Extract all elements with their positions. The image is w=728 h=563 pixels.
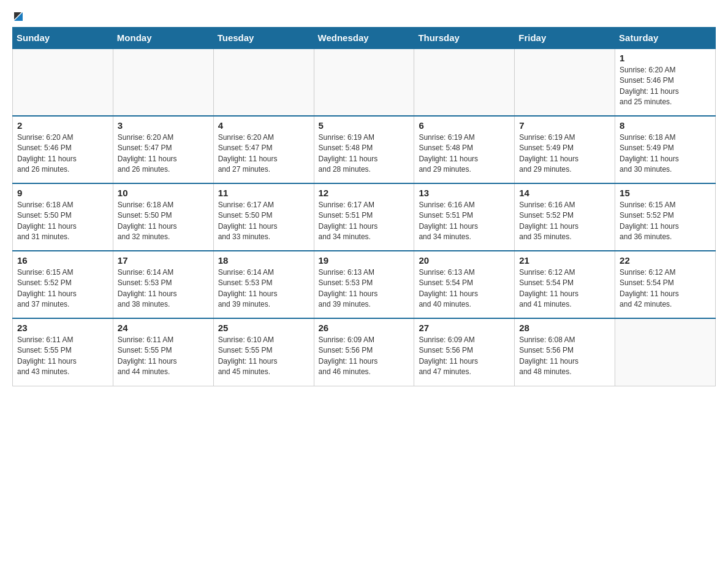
header-monday: Monday [113, 28, 213, 49]
day-number: 25 [218, 323, 309, 333]
day-number: 11 [218, 188, 309, 198]
day-info: Sunrise: 6:12 AM Sunset: 5:54 PM Dayligh… [620, 267, 711, 310]
day-number: 7 [519, 120, 610, 131]
day-cell: 24Sunrise: 6:11 AM Sunset: 5:55 PM Dayli… [113, 318, 213, 386]
day-info: Sunrise: 6:18 AM Sunset: 5:50 PM Dayligh… [17, 200, 108, 243]
day-cell: 16Sunrise: 6:15 AM Sunset: 5:52 PM Dayli… [13, 251, 113, 318]
day-number: 15 [620, 188, 711, 198]
day-cell: 22Sunrise: 6:12 AM Sunset: 5:54 PM Dayli… [615, 251, 716, 318]
day-cell: 18Sunrise: 6:14 AM Sunset: 5:53 PM Dayli… [213, 251, 314, 318]
day-info: Sunrise: 6:20 AM Sunset: 5:47 PM Dayligh… [118, 132, 209, 175]
day-cell [615, 318, 716, 386]
day-cell: 20Sunrise: 6:13 AM Sunset: 5:54 PM Dayli… [414, 251, 515, 318]
day-number: 13 [419, 188, 510, 198]
day-number: 6 [419, 120, 510, 131]
day-cell [113, 48, 213, 116]
day-info: Sunrise: 6:15 AM Sunset: 5:52 PM Dayligh… [17, 267, 108, 310]
day-info: Sunrise: 6:16 AM Sunset: 5:52 PM Dayligh… [519, 200, 610, 243]
day-cell: 15Sunrise: 6:15 AM Sunset: 5:52 PM Dayli… [615, 183, 716, 251]
day-number: 4 [218, 120, 309, 131]
day-info: Sunrise: 6:10 AM Sunset: 5:55 PM Dayligh… [218, 335, 309, 378]
week-row-1: 2Sunrise: 6:20 AM Sunset: 5:46 PM Daylig… [13, 116, 716, 183]
day-info: Sunrise: 6:13 AM Sunset: 5:54 PM Dayligh… [419, 267, 510, 310]
day-cell: 6Sunrise: 6:19 AM Sunset: 5:48 PM Daylig… [414, 116, 515, 183]
day-cell [314, 48, 414, 116]
day-info: Sunrise: 6:15 AM Sunset: 5:52 PM Dayligh… [620, 200, 711, 243]
day-number: 10 [118, 188, 209, 198]
day-info: Sunrise: 6:20 AM Sunset: 5:46 PM Dayligh… [620, 65, 711, 108]
week-row-4: 23Sunrise: 6:11 AM Sunset: 5:55 PM Dayli… [13, 318, 716, 386]
day-cell: 25Sunrise: 6:10 AM Sunset: 5:55 PM Dayli… [213, 318, 314, 386]
day-info: Sunrise: 6:18 AM Sunset: 5:49 PM Dayligh… [620, 132, 711, 175]
day-cell: 9Sunrise: 6:18 AM Sunset: 5:50 PM Daylig… [13, 183, 113, 251]
day-info: Sunrise: 6:09 AM Sunset: 5:56 PM Dayligh… [419, 335, 510, 378]
day-number: 24 [118, 323, 209, 333]
day-info: Sunrise: 6:19 AM Sunset: 5:49 PM Dayligh… [519, 132, 610, 175]
day-number: 9 [17, 188, 108, 198]
day-info: Sunrise: 6:17 AM Sunset: 5:50 PM Dayligh… [218, 200, 309, 243]
day-number: 17 [118, 255, 209, 266]
day-info: Sunrise: 6:12 AM Sunset: 5:54 PM Dayligh… [519, 267, 610, 310]
day-cell: 12Sunrise: 6:17 AM Sunset: 5:51 PM Dayli… [314, 183, 414, 251]
day-number: 21 [519, 255, 610, 266]
header-saturday: Saturday [615, 28, 716, 49]
day-number: 2 [17, 120, 108, 131]
day-cell [13, 48, 113, 116]
day-info: Sunrise: 6:14 AM Sunset: 5:53 PM Dayligh… [118, 267, 209, 310]
header-sunday: Sunday [13, 28, 113, 49]
day-number: 3 [118, 120, 209, 131]
week-row-3: 16Sunrise: 6:15 AM Sunset: 5:52 PM Dayli… [13, 251, 716, 318]
day-number: 12 [319, 188, 410, 198]
day-info: Sunrise: 6:17 AM Sunset: 5:51 PM Dayligh… [319, 200, 410, 243]
day-cell: 1Sunrise: 6:20 AM Sunset: 5:46 PM Daylig… [615, 48, 716, 116]
day-info: Sunrise: 6:20 AM Sunset: 5:47 PM Dayligh… [218, 132, 309, 175]
day-cell: 2Sunrise: 6:20 AM Sunset: 5:46 PM Daylig… [13, 116, 113, 183]
day-cell: 4Sunrise: 6:20 AM Sunset: 5:47 PM Daylig… [213, 116, 314, 183]
day-info: Sunrise: 6:11 AM Sunset: 5:55 PM Dayligh… [118, 335, 209, 378]
day-cell: 14Sunrise: 6:16 AM Sunset: 5:52 PM Dayli… [515, 183, 615, 251]
day-info: Sunrise: 6:16 AM Sunset: 5:51 PM Dayligh… [419, 200, 510, 243]
day-number: 27 [419, 323, 510, 333]
page-header [12, 12, 716, 21]
day-number: 1 [620, 53, 711, 63]
header-friday: Friday [515, 28, 615, 49]
day-cell: 21Sunrise: 6:12 AM Sunset: 5:54 PM Dayli… [515, 251, 615, 318]
weekday-header-row: Sunday Monday Tuesday Wednesday Thursday… [13, 28, 716, 49]
day-number: 26 [319, 323, 410, 333]
day-number: 14 [519, 188, 610, 198]
day-info: Sunrise: 6:14 AM Sunset: 5:53 PM Dayligh… [218, 267, 309, 310]
header-tuesday: Tuesday [213, 28, 314, 49]
day-number: 22 [620, 255, 711, 266]
day-cell: 13Sunrise: 6:16 AM Sunset: 5:51 PM Dayli… [414, 183, 515, 251]
day-info: Sunrise: 6:13 AM Sunset: 5:53 PM Dayligh… [319, 267, 410, 310]
day-number: 19 [319, 255, 410, 266]
header-thursday: Thursday [414, 28, 515, 49]
day-cell: 26Sunrise: 6:09 AM Sunset: 5:56 PM Dayli… [314, 318, 414, 386]
day-cell [213, 48, 314, 116]
day-info: Sunrise: 6:20 AM Sunset: 5:46 PM Dayligh… [17, 132, 108, 175]
day-number: 20 [419, 255, 510, 266]
day-info: Sunrise: 6:18 AM Sunset: 5:50 PM Dayligh… [118, 200, 209, 243]
day-number: 16 [17, 255, 108, 266]
day-number: 23 [17, 323, 108, 333]
day-cell: 7Sunrise: 6:19 AM Sunset: 5:49 PM Daylig… [515, 116, 615, 183]
calendar-table: Sunday Monday Tuesday Wednesday Thursday… [12, 27, 716, 386]
week-row-2: 9Sunrise: 6:18 AM Sunset: 5:50 PM Daylig… [13, 183, 716, 251]
week-row-0: 1Sunrise: 6:20 AM Sunset: 5:46 PM Daylig… [13, 48, 716, 116]
day-cell [515, 48, 615, 116]
logo-triangle-icon [13, 11, 24, 22]
day-cell: 23Sunrise: 6:11 AM Sunset: 5:55 PM Dayli… [13, 318, 113, 386]
day-number: 28 [519, 323, 610, 333]
day-cell: 3Sunrise: 6:20 AM Sunset: 5:47 PM Daylig… [113, 116, 213, 183]
day-info: Sunrise: 6:11 AM Sunset: 5:55 PM Dayligh… [17, 335, 108, 378]
day-number: 5 [319, 120, 410, 131]
day-cell: 10Sunrise: 6:18 AM Sunset: 5:50 PM Dayli… [113, 183, 213, 251]
day-info: Sunrise: 6:08 AM Sunset: 5:56 PM Dayligh… [519, 335, 610, 378]
day-number: 18 [218, 255, 309, 266]
day-cell: 27Sunrise: 6:09 AM Sunset: 5:56 PM Dayli… [414, 318, 515, 386]
day-info: Sunrise: 6:09 AM Sunset: 5:56 PM Dayligh… [319, 335, 410, 378]
day-number: 8 [620, 120, 711, 131]
day-cell: 8Sunrise: 6:18 AM Sunset: 5:49 PM Daylig… [615, 116, 716, 183]
logo [12, 12, 24, 21]
day-info: Sunrise: 6:19 AM Sunset: 5:48 PM Dayligh… [319, 132, 410, 175]
